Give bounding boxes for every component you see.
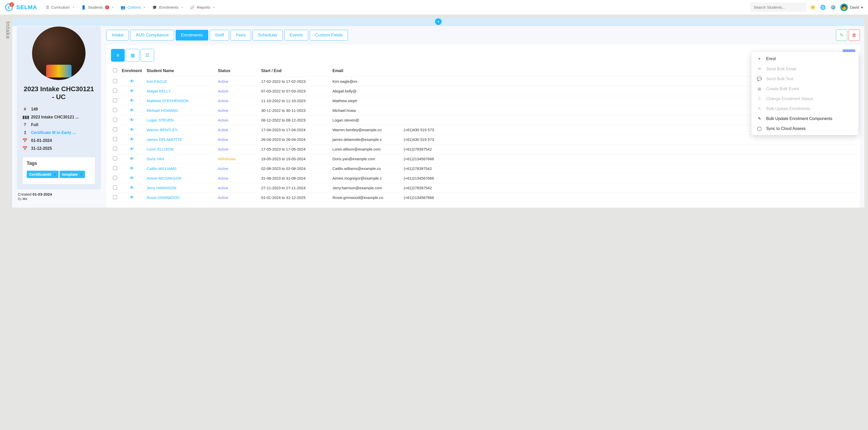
user-menu[interactable]: 🧑 David ▾	[840, 4, 863, 11]
view-grid-button[interactable]: ▦	[126, 49, 140, 62]
student-name-link[interactable]: Rosie GRIMWOOD	[147, 195, 180, 200]
view-enrolment-icon[interactable]: 👁	[130, 88, 134, 93]
search-students-input[interactable]	[750, 3, 806, 12]
view-list-button[interactable]: ≡	[111, 49, 125, 62]
view-enrolment-icon[interactable]: 👁	[130, 137, 134, 142]
tag-remove-icon[interactable]: ×	[80, 172, 83, 176]
row-checkbox[interactable]	[113, 195, 117, 199]
row-checkbox[interactable]	[113, 127, 117, 132]
student-name-link[interactable]: Michael HOWARD	[147, 108, 178, 113]
tab-aus-compliance[interactable]: AUS Compliance	[130, 30, 174, 40]
tab-intake[interactable]: Intake	[106, 30, 129, 40]
view-enrolment-icon[interactable]: 👁	[130, 127, 134, 132]
curriculum-icon: ☰	[46, 5, 49, 10]
row-checkbox[interactable]	[113, 185, 117, 190]
phone-cell: (+61)278397542	[402, 144, 855, 154]
student-name-link[interactable]: Aimee MCGREGOR	[147, 176, 182, 180]
tab-events[interactable]: Events	[284, 30, 308, 40]
date-range: 17-04-2023 to 17-04-2024	[259, 125, 331, 135]
view-enrolment-icon[interactable]: 👁	[130, 185, 134, 190]
row-checkbox[interactable]	[113, 118, 117, 122]
row-checkbox[interactable]	[113, 137, 117, 141]
view-enrolment-icon[interactable]: 👁	[130, 98, 134, 103]
status-link[interactable]: Active	[218, 166, 228, 171]
delete-button[interactable]: 🗑	[849, 30, 860, 41]
created-date: 01-03-2024	[33, 192, 52, 196]
nav-enrolments[interactable]: 🎓 Enrolments ▾	[149, 3, 186, 12]
row-checkbox[interactable]	[113, 79, 117, 83]
row-checkbox[interactable]	[113, 108, 117, 112]
status-link[interactable]: Active	[218, 79, 228, 84]
student-name-link[interactable]: James DELAMOTTE	[147, 137, 182, 142]
student-name-link[interactable]: Warren BENTLEY	[147, 127, 178, 132]
row-checkbox[interactable]	[113, 147, 117, 151]
menu-item-bulk-update-enrolment-components[interactable]: ✎Bulk Update Enrolment Components	[751, 114, 858, 123]
status-link[interactable]: Active	[218, 118, 228, 122]
status-link[interactable]: Active	[218, 98, 228, 103]
student-name-link[interactable]: Matthew STEPHENSON	[147, 98, 188, 103]
student-name-link[interactable]: Doris YAN	[147, 157, 164, 161]
date-range: 17-05-2023 to 17-05-2024	[259, 144, 331, 154]
status-link[interactable]: Active	[218, 147, 228, 151]
student-name-link[interactable]: Kim EAGLE	[147, 79, 167, 84]
tag-remove-icon[interactable]: ×	[54, 172, 56, 176]
logo[interactable]: ε 2 SELMA	[5, 4, 42, 11]
intake-vertical-tab[interactable]: Intake	[4, 17, 12, 208]
view-enrolment-icon[interactable]: 👁	[130, 166, 134, 171]
tab-custom-fields[interactable]: Custom Fields	[310, 30, 348, 40]
status-link[interactable]: Active	[218, 127, 228, 132]
tags-panel: Tags CertificateIII×template×	[22, 157, 95, 184]
tab-enrolments[interactable]: Enrolments	[176, 30, 208, 40]
student-name-link[interactable]: Abigail KELLY	[147, 89, 171, 93]
tag-label: CertificateIII	[29, 172, 51, 176]
menu-item-sync-to-cloud-assess[interactable]: ◯Sync to Cloud Assess	[751, 123, 858, 134]
tags-heading: Tags	[27, 161, 91, 166]
edit-button[interactable]: ✎	[836, 30, 847, 41]
language-globe-icon[interactable]: 🌐	[819, 5, 827, 10]
view-enrolment-icon[interactable]: 👁	[130, 195, 134, 200]
view-enrolment-icon[interactable]: 👁	[130, 79, 134, 84]
date-range: 08-12-2022 to 08-12-2023	[259, 115, 331, 125]
status-link[interactable]: Active	[218, 137, 228, 142]
select-all-checkbox[interactable]	[113, 68, 117, 73]
view-enrolment-icon[interactable]: 👁	[130, 108, 134, 113]
intake-title: 2023 Intake CHC30121 - UC	[22, 85, 95, 101]
row-checkbox[interactable]	[113, 98, 117, 103]
nav-reports[interactable]: 📈 Reports ▾	[186, 3, 218, 12]
status-link[interactable]: Active	[218, 186, 228, 190]
menu-item-enrol[interactable]: ＋Enrol	[751, 54, 858, 64]
student-name-link[interactable]: Jerry HARRISON	[147, 186, 177, 190]
table-row: 👁 Caitlin WILLIAMS Active 02-08-2023 to …	[111, 164, 855, 173]
student-name-link[interactable]: Loren ELLISON	[147, 147, 174, 151]
tab-fees[interactable]: Fees	[230, 30, 251, 40]
view-enrolment-icon[interactable]: 👁	[130, 156, 134, 161]
date-range: 01-01-2024 to 31-12-2025	[259, 193, 331, 202]
status-link[interactable]: Withdrawn	[218, 157, 236, 161]
status-link[interactable]: Active	[218, 176, 228, 180]
menu-item-bulk-update-enrolments: ✎Bulk Update Enrolments	[751, 104, 858, 114]
row-checkbox[interactable]	[113, 89, 117, 93]
settings-gear-icon[interactable]: ⚙️	[830, 5, 837, 10]
table-row: 👁 James DELAMOTTE Active 26-04-2023 to 2…	[111, 135, 855, 144]
view-enrolment-icon[interactable]: 👁	[130, 175, 134, 181]
status-link[interactable]: Active	[218, 108, 228, 113]
tab-staff[interactable]: Staff	[210, 30, 229, 40]
theme-sun-icon[interactable]: ☀️	[809, 5, 816, 10]
view-enrolment-icon[interactable]: 👁	[130, 117, 134, 122]
nav-curriculum[interactable]: ☰ Curriculum ▾	[42, 3, 78, 12]
student-name-link[interactable]: Caitlin WILLIAMS	[147, 166, 177, 171]
status-link[interactable]: Active	[218, 89, 228, 93]
row-checkbox[interactable]	[113, 166, 117, 170]
status-link[interactable]: Active	[218, 195, 228, 200]
view-compact-button[interactable]: ☱	[141, 49, 154, 62]
info-icon: 📅	[22, 138, 28, 143]
intake-info-row[interactable]: ↥Certificate III in Early ...	[22, 128, 95, 137]
row-checkbox[interactable]	[113, 156, 117, 161]
view-enrolment-icon[interactable]: 👁	[130, 146, 134, 151]
student-name-link[interactable]: Logan STEVEN	[147, 118, 174, 122]
expand-header-bar[interactable]: ▾	[12, 17, 864, 26]
tab-scheduler[interactable]: Scheduler	[252, 30, 283, 40]
nav-students[interactable]: 👤 Students 1 ▾	[78, 3, 117, 12]
row-checkbox[interactable]	[113, 176, 117, 180]
nav-cohorts[interactable]: 👥 Cohorts ▾	[117, 3, 149, 12]
